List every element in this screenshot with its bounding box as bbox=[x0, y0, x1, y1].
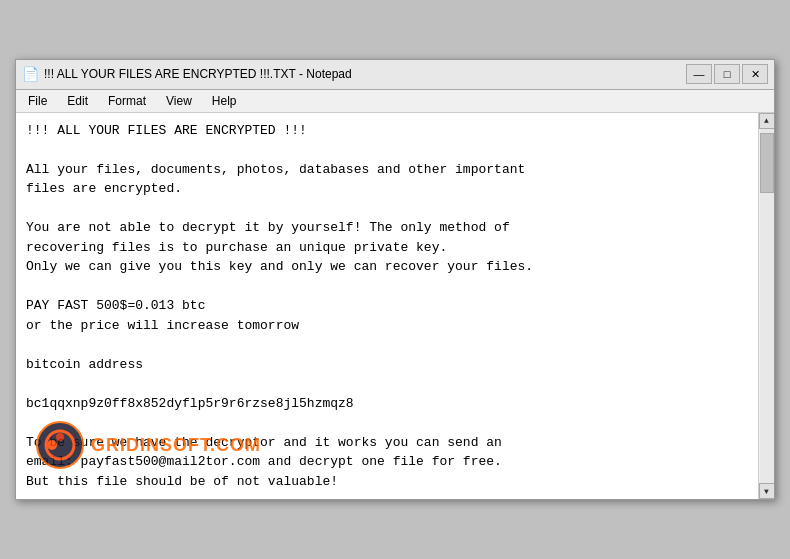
svg-point-2 bbox=[47, 440, 57, 450]
svg-point-3 bbox=[56, 433, 64, 441]
minimize-button[interactable]: — bbox=[686, 64, 712, 84]
watermark-text: GRIDINSOFT.COM bbox=[91, 435, 261, 456]
menu-file[interactable]: File bbox=[20, 92, 55, 110]
svg-point-0 bbox=[37, 422, 83, 468]
title-bar-buttons: — □ ✕ bbox=[686, 64, 768, 84]
watermark: GRIDINSOFT.COM bbox=[35, 420, 261, 470]
window-title: !!! ALL YOUR FILES ARE ENCRYPTED !!!.TXT… bbox=[44, 67, 352, 81]
menu-view[interactable]: View bbox=[158, 92, 200, 110]
scroll-thumb[interactable] bbox=[760, 133, 774, 193]
menu-format[interactable]: Format bbox=[100, 92, 154, 110]
title-bar-left: 📄 !!! ALL YOUR FILES ARE ENCRYPTED !!!.T… bbox=[22, 66, 352, 82]
scroll-up-button[interactable]: ▲ bbox=[759, 113, 775, 129]
maximize-button[interactable]: □ bbox=[714, 64, 740, 84]
close-button[interactable]: ✕ bbox=[742, 64, 768, 84]
scroll-down-button[interactable]: ▼ bbox=[759, 483, 775, 499]
menu-bar: File Edit Format View Help bbox=[16, 90, 774, 113]
scrollbar: ▲ ▼ bbox=[758, 113, 774, 500]
watermark-logo bbox=[35, 420, 85, 470]
menu-help[interactable]: Help bbox=[204, 92, 245, 110]
title-bar: 📄 !!! ALL YOUR FILES ARE ENCRYPTED !!!.T… bbox=[16, 60, 774, 90]
scroll-track[interactable] bbox=[760, 129, 774, 484]
menu-edit[interactable]: Edit bbox=[59, 92, 96, 110]
notepad-icon: 📄 bbox=[22, 66, 38, 82]
